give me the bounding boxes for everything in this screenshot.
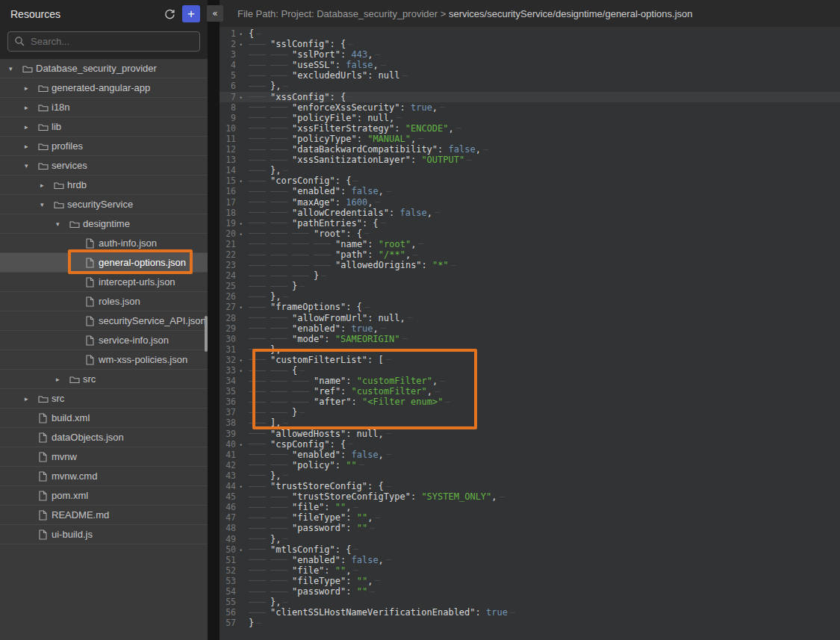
code-line: 37} [220, 407, 840, 417]
tree-item-ui-build-js[interactable]: ui-build.js [0, 525, 208, 544]
code-line-content: ], [246, 417, 288, 428]
code-line: 57} [220, 618, 840, 628]
code-line-content: "enabled": false, [246, 450, 391, 460]
tree-item-readme-md[interactable]: README.md [0, 506, 208, 525]
caret-right-icon[interactable]: ▸ [25, 84, 38, 92]
tab-indent-marker [270, 138, 292, 139]
fold-spacer [236, 465, 246, 466]
refresh-button[interactable] [164, 8, 175, 20]
fold-caret-icon[interactable]: ▾ [236, 438, 246, 450]
tab-indent-marker [270, 160, 292, 161]
line-number: 25 [220, 281, 236, 291]
fold-caret-icon[interactable]: ▾ [236, 38, 246, 50]
tree-item-mvnw-cmd[interactable]: mvnw.cmd [0, 467, 208, 486]
tab-indent-marker [249, 44, 270, 45]
caret-down-icon[interactable]: ▾ [25, 162, 38, 170]
tree-item-wm-xss-policies-json[interactable]: wm-xss-policies.json [0, 350, 208, 370]
line-number: 55 [220, 597, 236, 607]
tree-item-label: mvnw [52, 451, 77, 462]
caret-right-icon[interactable]: ▸ [25, 395, 38, 403]
tree-item-hrdb[interactable]: ▸hrdb [0, 175, 208, 195]
fold-caret-icon[interactable]: ▾ [236, 480, 246, 492]
tree-item-i18n[interactable]: ▸i18n [0, 98, 208, 117]
caret-right-icon[interactable]: ▸ [25, 143, 38, 150]
tree-item-securityservice[interactable]: ▾securityService [0, 195, 208, 214]
tab-indent-marker [270, 128, 292, 128]
fold-caret-icon[interactable]: ▾ [236, 301, 246, 313]
fold-caret-icon[interactable]: ▾ [236, 175, 246, 187]
tab-indent-marker [249, 328, 270, 329]
fold-caret-icon[interactable]: ▾ [236, 228, 246, 240]
tree-item-dataobjects-json[interactable]: dataObjects.json [0, 428, 208, 447]
trailing-whitespace-marker [418, 138, 423, 139]
trailing-whitespace-marker [375, 202, 380, 202]
folder-icon [38, 103, 52, 112]
tree-item-src[interactable]: ▸src [0, 389, 208, 408]
add-resource-button[interactable]: + [182, 5, 200, 22]
tree-item-auth-info-json[interactable]: auth-info.json [0, 234, 208, 253]
tree-item-roles-json[interactable]: roles.json [0, 292, 208, 311]
caret-right-icon[interactable]: ▸ [25, 104, 38, 111]
caret-right-icon[interactable]: ▸ [40, 181, 54, 189]
code-line-content: "mode": "SAMEORIGIN" [246, 334, 408, 344]
line-number: 10 [220, 123, 236, 134]
fold-spacer [236, 138, 246, 140]
code-line-content: "root": { [246, 229, 370, 239]
line-number: 36 [220, 397, 236, 407]
caret-down-icon[interactable]: ▾ [56, 220, 69, 228]
tree-item-label: service-info.json [99, 335, 169, 346]
tab-indent-marker [249, 276, 270, 276]
tab-indent-marker [249, 265, 270, 266]
code-line-content: "password": "" [246, 586, 375, 597]
tree-item-general-options-json[interactable]: general-options.json [0, 253, 208, 273]
code-line-content: "xssConfig": { [246, 92, 353, 102]
file-path-label: File Path: [237, 8, 281, 19]
fold-caret-icon[interactable]: ▾ [236, 364, 246, 376]
code-line-content: }, [246, 291, 288, 302]
code-line: 46"file": "", [220, 502, 840, 512]
line-number: 42 [220, 460, 236, 470]
tree-item-lib[interactable]: ▸lib [0, 117, 208, 137]
tree-item-services[interactable]: ▾services [0, 156, 208, 175]
tree-item-service-info-json[interactable]: service-info.json [0, 331, 208, 350]
code-editor[interactable]: 1▾{2▾"sslConfig": {3"sslPort": 443,4"use… [220, 27, 840, 640]
tree-item-generated-angular-app[interactable]: ▸generated-angular-app [0, 78, 208, 98]
code-line: 45"trustStoreConfigType": "SYSTEM_ONLY", [220, 491, 840, 502]
tree-item-intercept-urls-json[interactable]: intercept-urls.json [0, 273, 208, 292]
tree-item-designtime[interactable]: ▾designtime [0, 214, 208, 234]
tree-item-src[interactable]: ▸src [0, 370, 208, 389]
code-line-content: "name": "customFilter", [246, 376, 445, 386]
code-line-content: "mtlsConfig": { [246, 544, 358, 555]
fold-caret-icon[interactable]: ▾ [236, 544, 246, 556]
file-icon [85, 258, 99, 268]
code-line: 2▾"sslConfig": { [220, 39, 840, 49]
tree-item-mvnw[interactable]: mvnw [0, 447, 208, 467]
tree-item-label: build.xml [52, 412, 90, 423]
resources-title: Resources [10, 8, 164, 20]
panel-divider[interactable] [208, 0, 220, 640]
fold-caret-icon[interactable]: ▾ [236, 91, 246, 103]
collapse-panel-button[interactable]: « [207, 5, 223, 22]
tree-item-database-security-provider[interactable]: ▾Database_security_provider [0, 59, 208, 78]
code-line-content: }, [246, 470, 288, 481]
code-line-content: "path": "/**", [246, 249, 418, 260]
caret-down-icon[interactable]: ▾ [9, 65, 22, 72]
tab-indent-marker [270, 328, 292, 329]
plus-icon: + [187, 7, 195, 21]
caret-right-icon[interactable]: ▸ [56, 376, 69, 383]
tree-item-build-xml[interactable]: build.xml [0, 408, 208, 428]
caret-right-icon[interactable]: ▸ [25, 123, 38, 131]
tree-item-profiles[interactable]: ▸profiles [0, 137, 208, 156]
search-input[interactable]: Search... [7, 31, 200, 52]
tab-indent-marker [249, 317, 270, 318]
caret-down-icon[interactable]: ▾ [40, 201, 54, 208]
tab-indent-marker [314, 255, 335, 255]
tab-indent-marker [270, 559, 292, 560]
tree-item-pom-xml[interactable]: pom.xml [0, 486, 208, 506]
tab-indent-marker [249, 454, 270, 455]
tree-item-securityservice-api-json[interactable]: securityService_API.json [0, 311, 208, 331]
trailing-whitespace-marker [256, 623, 261, 624]
line-number: 20 [220, 229, 236, 239]
tree-item-label: securityService [67, 199, 133, 210]
tab-indent-marker [292, 233, 314, 234]
